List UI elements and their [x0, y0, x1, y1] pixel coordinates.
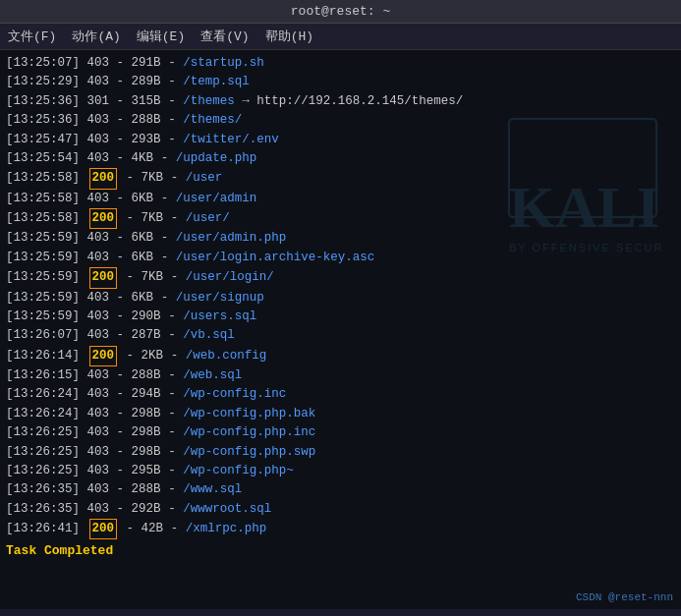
log-line: [13:25:58] 200 - 7KB - /user/: [6, 208, 675, 229]
dash2: -: [171, 169, 179, 188]
dash2: -: [168, 462, 176, 480]
menu-action[interactable]: 动作(A): [72, 28, 120, 45]
menu-file[interactable]: 文件(F): [8, 28, 56, 45]
size: 288B: [132, 366, 161, 385]
log-line: [13:26:25] 403 - 298B - /wp-config.php.s…: [6, 443, 675, 462]
log-line: [13:26:14] 200 - 2KB - /web.config: [6, 346, 675, 366]
size: 288B: [132, 111, 161, 130]
path: /user/: [186, 209, 230, 228]
size: 7KB: [142, 268, 164, 287]
log-line: [13:26:24] 403 - 298B - /wp-config.php.b…: [6, 405, 675, 423]
dash2: -: [171, 209, 179, 228]
dash2: -: [168, 423, 176, 442]
path: /temp.sql: [183, 73, 250, 91]
redirect-arrow: →: [242, 92, 250, 111]
status-200: 200: [89, 168, 118, 189]
path: /twitter/.env: [183, 131, 279, 149]
dash2: -: [168, 111, 176, 130]
dash2: -: [168, 73, 176, 91]
timestamp: [13:25:58]: [6, 209, 80, 228]
log-line: [13:26:15] 403 - 288B - /web.sql: [6, 366, 675, 385]
timestamp: [13:25:59]: [6, 268, 80, 287]
size: 7KB: [142, 169, 164, 188]
log-lines: [13:25:07] 403 - 291B - /startup.sh[13:2…: [6, 54, 675, 539]
size: 4KB: [132, 149, 154, 168]
status-code: 403: [87, 54, 110, 73]
timestamp: [13:26:25]: [6, 462, 80, 480]
status-code: 403: [87, 480, 110, 499]
log-line: [13:25:54] 403 - 4KB - /update.php: [6, 149, 675, 168]
log-line: [13:25:59] 200 - 7KB - /user/login/: [6, 267, 675, 288]
redirect-url: http://192.168.2.145/themes/: [256, 92, 463, 111]
status-code: 403: [87, 443, 110, 462]
size: 298B: [132, 405, 161, 423]
dash: -: [117, 229, 125, 248]
log-line: [13:25:07] 403 - 291B - /startup.sh: [6, 54, 675, 73]
dash2: -: [161, 190, 169, 208]
size: 298B: [132, 443, 161, 462]
dash: -: [117, 480, 125, 499]
dash2: -: [161, 289, 169, 308]
timestamp: [13:26:35]: [6, 500, 80, 519]
path: /themes: [183, 92, 235, 111]
dash2: -: [168, 480, 176, 499]
status-code: 403: [87, 131, 110, 149]
dash: -: [117, 54, 125, 73]
path: /www.sql: [183, 480, 242, 499]
log-line: [13:26:35] 403 - 292B - /wwwroot.sql: [6, 500, 675, 519]
status-code: 403: [87, 289, 110, 308]
size: 288B: [132, 480, 161, 499]
path: /user: [186, 169, 223, 188]
log-line: [13:25:58] 200 - 7KB - /user: [6, 168, 675, 189]
timestamp: [13:25:59]: [6, 249, 80, 267]
status-code: 403: [87, 111, 110, 130]
status-200: 200: [89, 208, 118, 229]
log-line: [13:25:36] 301 - 315B - /themes → http:/…: [6, 92, 675, 111]
dash2: -: [161, 229, 169, 248]
timestamp: [13:26:41]: [6, 520, 80, 538]
path: /users.sql: [183, 308, 256, 326]
timestamp: [13:25:58]: [6, 190, 80, 208]
log-line: [13:26:25] 403 - 295B - /wp-config.php~: [6, 462, 675, 480]
path: /user/login.archive-key.asc: [176, 249, 375, 267]
timestamp: [13:25:36]: [6, 92, 80, 111]
path: /web.config: [186, 347, 267, 365]
menu-edit[interactable]: 编辑(E): [137, 28, 185, 45]
timestamp: [13:25:54]: [6, 149, 80, 168]
title-bar: root@reset: ~: [0, 0, 681, 24]
menu-view[interactable]: 查看(V): [200, 28, 249, 45]
dash: -: [117, 423, 125, 442]
menu-help[interactable]: 帮助(H): [265, 28, 313, 45]
dash2: -: [168, 308, 176, 326]
timestamp: [13:26:24]: [6, 405, 80, 423]
status-code: 403: [87, 308, 110, 326]
size: 6KB: [132, 289, 154, 308]
title-text: root@reset: ~: [291, 4, 390, 19]
size: 7KB: [142, 209, 164, 228]
size: 298B: [132, 423, 161, 442]
size: 2KB: [142, 347, 164, 365]
timestamp: [13:25:36]: [6, 111, 80, 130]
dash2: -: [168, 131, 176, 149]
task-completed-label: Task Completed: [6, 543, 675, 558]
dash: -: [117, 443, 125, 462]
timestamp: [13:26:24]: [6, 385, 80, 404]
dash2: -: [161, 149, 169, 168]
status-code: 403: [87, 149, 110, 168]
path: /wp-config.inc: [183, 385, 286, 404]
size: 6KB: [132, 229, 154, 248]
dash: -: [117, 462, 125, 480]
status-code: 403: [87, 326, 110, 345]
status-code: 403: [87, 249, 110, 267]
dash: -: [117, 149, 125, 168]
log-line: [13:25:58] 403 - 6KB - /user/admin: [6, 190, 675, 208]
log-line: [13:26:24] 403 - 294B - /wp-config.inc: [6, 385, 675, 404]
log-line: [13:26:07] 403 - 287B - /vb.sql: [6, 326, 675, 345]
status-code: 403: [87, 423, 110, 442]
status-code: 403: [87, 190, 110, 208]
log-line: [13:26:25] 403 - 298B - /wp-config.php.i…: [6, 423, 675, 442]
dash: -: [127, 268, 135, 287]
dash2: -: [171, 520, 179, 538]
dash2: -: [168, 326, 176, 345]
dash: -: [117, 249, 125, 267]
